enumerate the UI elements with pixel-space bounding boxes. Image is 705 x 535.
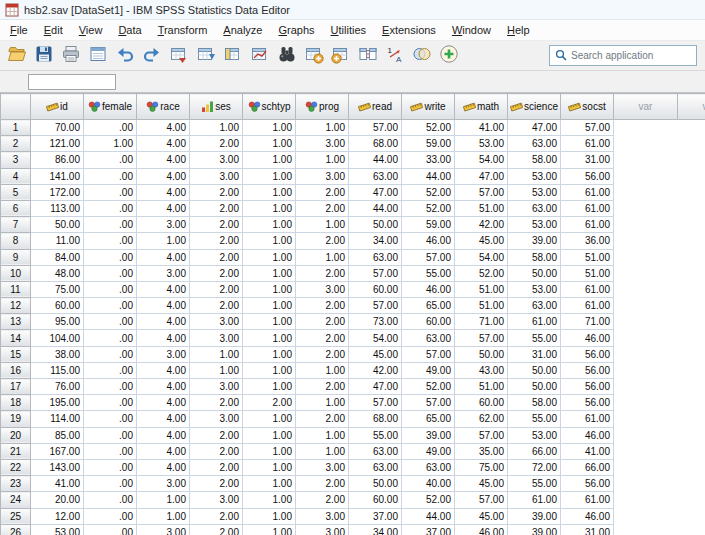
empty-cell[interactable] (678, 443, 705, 459)
save-button[interactable] (31, 43, 57, 69)
cell-female-14[interactable]: .00 (84, 330, 137, 346)
cell-socst-5[interactable]: 61.00 (561, 184, 614, 200)
cell-prog-6[interactable]: 2.00 (296, 200, 349, 216)
empty-cell[interactable] (614, 233, 678, 249)
cell-socst-9[interactable]: 51.00 (561, 249, 614, 265)
menu-item-window[interactable]: Window (444, 21, 499, 39)
cell-science-25[interactable]: 39.00 (508, 508, 561, 524)
empty-cell[interactable] (614, 443, 678, 459)
cell-female-8[interactable]: .00 (84, 233, 137, 249)
empty-cell[interactable] (614, 314, 678, 330)
cell-prog-1[interactable]: 1.00 (296, 120, 349, 136)
cell-prog-24[interactable]: 2.00 (296, 492, 349, 508)
cell-ses-20[interactable]: 2.00 (190, 427, 243, 443)
cell-read-6[interactable]: 44.00 (349, 200, 402, 216)
cell-math-21[interactable]: 35.00 (455, 443, 508, 459)
cell-math-4[interactable]: 47.00 (455, 168, 508, 184)
cell-socst-13[interactable]: 71.00 (561, 314, 614, 330)
cell-race-5[interactable]: 4.00 (137, 184, 190, 200)
cell-female-23[interactable]: .00 (84, 476, 137, 492)
cell-id-11[interactable]: 75.00 (31, 281, 84, 297)
row-header-23[interactable]: 23 (1, 476, 31, 492)
cell-socst-3[interactable]: 31.00 (561, 152, 614, 168)
cell-schtyp-14[interactable]: 1.00 (243, 330, 296, 346)
cell-write-21[interactable]: 49.00 (402, 443, 455, 459)
empty-cell[interactable] (678, 476, 705, 492)
row-header-7[interactable]: 7 (1, 217, 31, 233)
row-header-26[interactable]: 26 (1, 524, 31, 535)
cell-science-2[interactable]: 63.00 (508, 136, 561, 152)
cell-id-10[interactable]: 48.00 (31, 265, 84, 281)
cell-prog-12[interactable]: 2.00 (296, 298, 349, 314)
cell-race-15[interactable]: 3.00 (137, 346, 190, 362)
cell-math-8[interactable]: 45.00 (455, 233, 508, 249)
row-header-10[interactable]: 10 (1, 265, 31, 281)
goto-case-button[interactable] (166, 43, 192, 69)
cell-read-3[interactable]: 44.00 (349, 152, 402, 168)
cell-write-7[interactable]: 59.00 (402, 217, 455, 233)
open-data-button[interactable] (4, 43, 30, 69)
row-header-18[interactable]: 18 (1, 395, 31, 411)
cell-female-25[interactable]: .00 (84, 508, 137, 524)
empty-cell[interactable] (614, 249, 678, 265)
column-header-prog[interactable]: prog (296, 94, 349, 120)
row-header-20[interactable]: 20 (1, 427, 31, 443)
use-variable-sets-button[interactable] (409, 43, 435, 69)
cell-race-2[interactable]: 4.00 (137, 136, 190, 152)
cell-socst-15[interactable]: 56.00 (561, 346, 614, 362)
cell-science-4[interactable]: 53.00 (508, 168, 561, 184)
row-header-19[interactable]: 19 (1, 411, 31, 427)
cell-socst-8[interactable]: 36.00 (561, 233, 614, 249)
cell-math-25[interactable]: 45.00 (455, 508, 508, 524)
empty-cell[interactable] (678, 168, 705, 184)
cell-id-7[interactable]: 50.00 (31, 217, 84, 233)
cell-id-21[interactable]: 167.00 (31, 443, 84, 459)
cell-schtyp-16[interactable]: 1.00 (243, 362, 296, 378)
cell-read-1[interactable]: 57.00 (349, 120, 402, 136)
empty-cell[interactable] (678, 346, 705, 362)
empty-cell[interactable] (678, 298, 705, 314)
empty-cell[interactable] (678, 330, 705, 346)
cell-race-20[interactable]: 4.00 (137, 427, 190, 443)
empty-cell[interactable] (614, 265, 678, 281)
cell-prog-9[interactable]: 1.00 (296, 249, 349, 265)
cell-prog-14[interactable]: 2.00 (296, 330, 349, 346)
variables-button[interactable] (220, 43, 246, 69)
empty-cell[interactable] (678, 492, 705, 508)
cell-prog-4[interactable]: 3.00 (296, 168, 349, 184)
cell-race-8[interactable]: 1.00 (137, 233, 190, 249)
cell-id-13[interactable]: 95.00 (31, 314, 84, 330)
empty-cell[interactable] (614, 427, 678, 443)
empty-cell[interactable] (614, 476, 678, 492)
cell-read-17[interactable]: 47.00 (349, 379, 402, 395)
cell-write-22[interactable]: 63.00 (402, 459, 455, 475)
cell-schtyp-15[interactable]: 1.00 (243, 346, 296, 362)
cell-write-14[interactable]: 63.00 (402, 330, 455, 346)
cell-id-2[interactable]: 121.00 (31, 136, 84, 152)
cell-math-13[interactable]: 71.00 (455, 314, 508, 330)
empty-cell[interactable] (678, 265, 705, 281)
empty-cell[interactable] (614, 459, 678, 475)
cell-math-11[interactable]: 51.00 (455, 281, 508, 297)
empty-cell[interactable] (614, 200, 678, 216)
cell-read-18[interactable]: 57.00 (349, 395, 402, 411)
cell-write-25[interactable]: 44.00 (402, 508, 455, 524)
cell-read-24[interactable]: 60.00 (349, 492, 402, 508)
cell-id-17[interactable]: 76.00 (31, 379, 84, 395)
cell-ses-18[interactable]: 2.00 (190, 395, 243, 411)
cell-schtyp-8[interactable]: 1.00 (243, 233, 296, 249)
cell-math-12[interactable]: 51.00 (455, 298, 508, 314)
column-header-schtyp[interactable]: schtyp (243, 94, 296, 120)
cell-race-23[interactable]: 3.00 (137, 476, 190, 492)
row-header-14[interactable]: 14 (1, 330, 31, 346)
cell-science-11[interactable]: 53.00 (508, 281, 561, 297)
cell-schtyp-20[interactable]: 1.00 (243, 427, 296, 443)
row-header-13[interactable]: 13 (1, 314, 31, 330)
cell-write-20[interactable]: 39.00 (402, 427, 455, 443)
empty-cell[interactable] (678, 200, 705, 216)
cell-id-9[interactable]: 84.00 (31, 249, 84, 265)
cell-schtyp-4[interactable]: 1.00 (243, 168, 296, 184)
cell-math-6[interactable]: 51.00 (455, 200, 508, 216)
cell-schtyp-6[interactable]: 1.00 (243, 200, 296, 216)
cell-math-19[interactable]: 62.00 (455, 411, 508, 427)
